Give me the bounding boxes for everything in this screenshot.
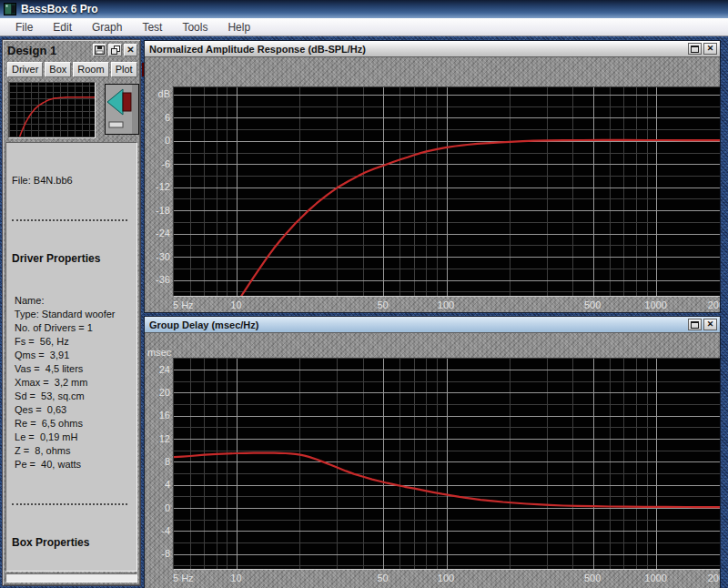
y-tick-label: 12 (146, 433, 170, 444)
x-tick-label: 100 (423, 299, 469, 310)
y-tick-label: -12 (146, 181, 170, 192)
y-tick-label: 0 (146, 135, 170, 146)
amplitude-window-body: dB60-6-12-18-24-30-365 Hz105010050010002… (145, 57, 720, 312)
y-tick-label: -36 (146, 274, 170, 285)
design-tab[interactable]: Driver (7, 62, 43, 77)
group-delay-window-titlebar[interactable]: Group Delay (msec/Hz) ✕ (145, 317, 720, 333)
group-delay-window: Group Delay (msec/Hz) ✕ 24201612840-4-8m… (144, 316, 721, 588)
design-title: Design 1 (7, 44, 91, 57)
property-line: Le = 0,19 mH (12, 431, 136, 444)
menu-item[interactable]: Tools (174, 19, 216, 35)
x-tick-label: 50 (360, 573, 406, 583)
menu-item[interactable]: Graph (84, 19, 130, 35)
y-tick-label: 8 (146, 456, 170, 467)
x-tick-label: 10 (213, 299, 258, 310)
save-button[interactable] (93, 44, 106, 56)
y-tick-label: -24 (146, 228, 170, 238)
property-line: Vas = 4,5 liters (12, 362, 136, 376)
property-line: No. of Drivers = 1 (12, 321, 136, 335)
x-tick-label: 1000 (633, 299, 679, 310)
design-close-button[interactable]: ✕ (124, 44, 137, 56)
restore-icon (691, 46, 699, 53)
y-tick-label: -18 (146, 205, 170, 216)
group-delay-window-body: 24201612840-4-8msec5 Hz10501005001000200… (145, 333, 720, 588)
restore-icon (691, 321, 699, 329)
x-tick-label: 50 (360, 299, 406, 310)
y-tick-label: 16 (146, 410, 170, 421)
driver-properties-heading: Driver Properties (12, 251, 136, 267)
y-tick-label: dB (146, 88, 170, 99)
thumbnail-row (3, 80, 140, 140)
menu-item[interactable]: Help (219, 19, 258, 35)
amplitude-response-window: Normalized Amplitude Response (dB-SPL/Hz… (144, 40, 721, 313)
menu-item[interactable]: Edit (45, 19, 80, 35)
close-button[interactable]: ✕ (703, 319, 717, 330)
response-thumbnail (8, 82, 96, 138)
y-tick-label: 6 (146, 112, 170, 123)
bassbox-app-window: BassBox 6 Pro FileEditGraphTestToolsHelp… (0, 0, 728, 588)
property-line: Sd = 53, sq.cm (12, 390, 136, 403)
menu-item[interactable]: Test (134, 19, 170, 35)
x-tick-label: 100 (423, 573, 469, 583)
y-tick-label: -8 (146, 548, 170, 559)
y-tick-label: -4 (146, 525, 170, 536)
y-tick-label: 24 (146, 364, 170, 375)
y-tick-label: 4 (146, 479, 170, 490)
x-tick-label: 10 (213, 573, 258, 583)
save-icon (95, 46, 105, 55)
group-delay-plot (173, 358, 720, 570)
property-line: Qms = 3,91 (12, 349, 136, 362)
menubar: FileEditGraphTestToolsHelp (0, 18, 728, 36)
group-delay-window-title: Group Delay (msec/Hz) (149, 319, 686, 330)
restore-button[interactable] (688, 319, 702, 330)
menu-item[interactable]: File (7, 19, 41, 35)
copy-icon (111, 46, 120, 55)
property-line: Fs = 56, Hz (12, 335, 136, 349)
properties-panel: File: B4N.bb6 Driver Properties Name: Ty… (5, 142, 137, 572)
x-tick-label: 2000 (696, 299, 720, 310)
app-title: BassBox 6 Pro (21, 3, 98, 15)
y-tick-label: 0 (146, 502, 170, 513)
property-line: Pe = 40, watts (12, 458, 136, 471)
x-tick-label: 500 (570, 299, 615, 310)
file-label: File: B4N.bb6 (12, 174, 136, 188)
speaker-box-icon (105, 84, 139, 138)
workspace: Design 1 ✕ DriverBoxRoom (0, 36, 728, 588)
main-titlebar[interactable]: BassBox 6 Pro (0, 0, 728, 18)
property-line: Z = 8, ohms (12, 444, 136, 458)
amplitude-plot (173, 86, 720, 297)
property-line: Name: (12, 294, 136, 308)
x-tick-label: 5 Hz (173, 573, 213, 583)
property-line: Xmax = 3,2 mm (12, 376, 136, 390)
restore-button[interactable] (688, 43, 702, 55)
design-window: Design 1 ✕ DriverBoxRoom (2, 39, 141, 586)
x-tick-label: 2000 (696, 573, 720, 583)
design-titlebar[interactable]: Design 1 ✕ (3, 40, 140, 58)
y-tick-label: 20 (146, 387, 170, 398)
design-panel-footer (5, 573, 137, 583)
box-properties-heading: Box Properties (12, 535, 136, 551)
y-tick-label: -6 (146, 158, 170, 169)
y-tick-label: -30 (146, 251, 170, 262)
amplitude-window-title: Normalized Amplitude Response (dB-SPL/Hz… (149, 44, 686, 55)
property-line: Re = 6,5 ohms (12, 417, 136, 431)
amplitude-window-titlebar[interactable]: Normalized Amplitude Response (dB-SPL/Hz… (145, 41, 720, 57)
x-tick-label: 5 Hz (173, 299, 213, 310)
y-axis-unit-label: msec (147, 347, 171, 358)
separator (12, 218, 127, 221)
property-line: Qes = 0,63 (12, 403, 136, 417)
separator (12, 502, 127, 505)
copy-button[interactable] (108, 44, 122, 56)
x-tick-label: 500 (570, 573, 615, 583)
design-tab[interactable]: Plot (111, 62, 137, 77)
app-icon (4, 3, 16, 15)
close-button[interactable]: ✕ (703, 43, 717, 55)
design-tab[interactable]: Box (45, 62, 71, 77)
x-tick-label: 1000 (633, 573, 679, 583)
property-line: Type: Standard woofer (12, 308, 136, 321)
design-tabs-row: DriverBoxRoomPlot (3, 58, 140, 80)
driver-properties-list: Name: Type: Standard woofer No. of Drive… (12, 294, 136, 471)
design-tabs: DriverBoxRoomPlot (7, 62, 137, 77)
design-tab[interactable]: Room (73, 62, 108, 77)
